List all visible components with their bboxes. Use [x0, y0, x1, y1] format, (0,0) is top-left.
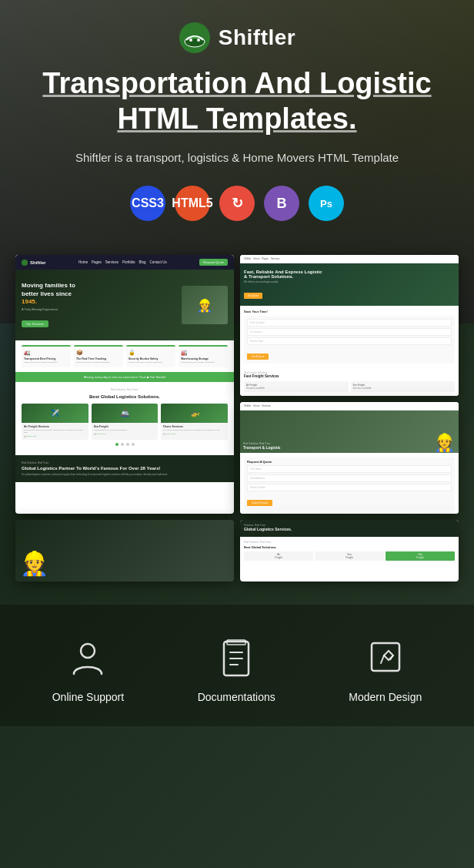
- logo-row: Shiftler: [179, 22, 295, 54]
- preview-grid: Shiftler HomePagesServicesPortfolioBlogC…: [15, 255, 459, 514]
- file-icon: [216, 638, 256, 679]
- feature-online-support: Online Support: [52, 635, 124, 703]
- bottom-features: Online Support Documentations: [0, 605, 474, 726]
- online-support-icon-wrap: [65, 635, 111, 682]
- badge-html5[interactable]: HTML5: [175, 186, 210, 221]
- header: Shiftler Transportation And Logistic HTM…: [0, 0, 474, 255]
- page-subtitle: Shiftler is a transport, logistics & Hom…: [29, 149, 445, 167]
- online-support-label: Online Support: [52, 691, 124, 703]
- feature-documentations: Documentations: [198, 635, 275, 703]
- extra-right-preview: Solutions. Real Trust. Global Logistics …: [240, 520, 459, 581]
- feature-modern-design: Modern Design: [349, 635, 422, 703]
- extra-left-preview: 👷: [15, 520, 234, 581]
- badge-bootstrap[interactable]: B: [264, 186, 299, 221]
- badge-refresh[interactable]: ↻: [219, 186, 255, 221]
- person-icon: [68, 638, 108, 679]
- preview-top-right[interactable]: Shiftler HomePagesServices Fast, Reliabl…: [240, 255, 459, 396]
- brand-name: Shiftler: [219, 25, 295, 50]
- modern-design-icon-wrap: [362, 635, 409, 682]
- page-title: Transportation And Logistic HTML Templat…: [0, 66, 474, 136]
- modern-design-label: Modern Design: [349, 691, 422, 703]
- preview-area: Shiftler HomePagesServicesPortfolioBlogC…: [0, 255, 474, 581]
- documentations-icon-wrap: [213, 635, 259, 682]
- svg-point-3: [197, 39, 200, 42]
- badge-ps[interactable]: Ps: [309, 186, 344, 221]
- badge-css3[interactable]: CSS3: [130, 186, 165, 221]
- preview-extra: 👷 Solutions. Real Trust. Global Logistic…: [15, 520, 459, 581]
- preview-main[interactable]: Shiftler HomePagesServicesPortfolioBlogC…: [15, 255, 234, 514]
- logo-icon: [179, 22, 211, 54]
- svg-point-5: [81, 644, 95, 658]
- documentations-label: Documentations: [198, 691, 275, 703]
- tech-badges: CSS3 HTML5 ↻ B Ps: [130, 186, 344, 221]
- svg-line-12: [381, 655, 384, 663]
- preview-bottom-right[interactable]: Shiftler HomeServices 👷 Real Solutions. …: [240, 402, 459, 514]
- svg-point-2: [189, 39, 192, 42]
- pencil-icon: [366, 638, 406, 679]
- svg-point-4: [22, 260, 28, 266]
